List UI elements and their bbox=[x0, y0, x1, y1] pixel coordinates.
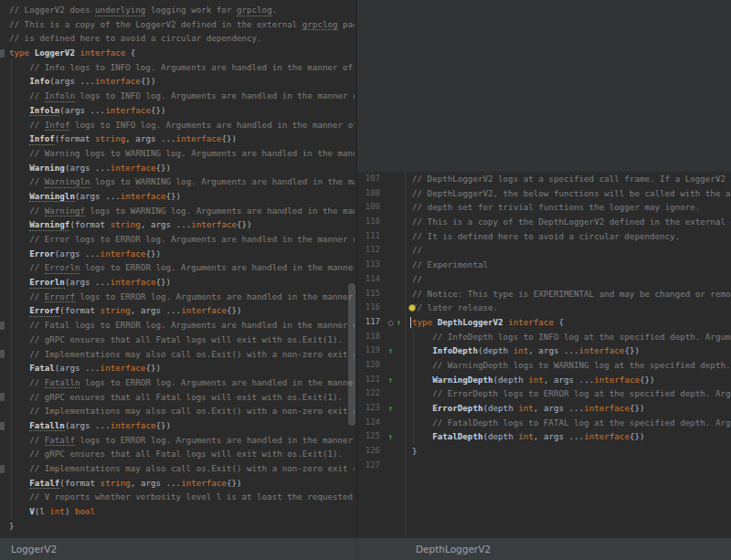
line-number[interactable]: 127 bbox=[357, 459, 385, 473]
line-number[interactable]: 115 bbox=[357, 287, 385, 301]
code-token: (format bbox=[59, 478, 100, 488]
gutter-icons bbox=[385, 287, 405, 301]
code-token bbox=[9, 277, 29, 287]
code-token: , args ... bbox=[544, 375, 594, 385]
line-number[interactable]: 121 bbox=[357, 373, 385, 387]
line-number[interactable]: 114 bbox=[357, 272, 385, 287]
code-token: // Experimental bbox=[412, 259, 488, 269]
line-number[interactable]: 116 bbox=[357, 301, 385, 315]
code-token: (args ... bbox=[55, 248, 101, 259]
code-token bbox=[9, 377, 29, 387]
code-token: { bbox=[554, 317, 564, 327]
code-token bbox=[412, 332, 432, 342]
left-editor-pane[interactable]: // LoggerV2 does underlying logging work… bbox=[0, 0, 356, 537]
code-token: Warning bbox=[29, 163, 65, 173]
code-token: interface bbox=[584, 403, 630, 413]
code-token: string bbox=[101, 478, 131, 488]
code-row: 125↑ FatalDepth(depth int, args ...inter… bbox=[357, 429, 731, 444]
implemented-marker-icon[interactable]: ↑ bbox=[387, 344, 395, 359]
line-number[interactable]: 120 bbox=[357, 358, 385, 373]
code-token: . bbox=[272, 5, 278, 15]
code-token: int bbox=[514, 345, 529, 355]
code-token: } bbox=[412, 446, 418, 456]
code-token: Fatalln bbox=[45, 377, 80, 389]
code-token bbox=[9, 262, 29, 272]
line-number[interactable]: 112 bbox=[357, 243, 385, 258]
code-token: {}) bbox=[640, 375, 655, 385]
code-token: , args ... bbox=[125, 133, 175, 143]
code-token: Fatalf bbox=[29, 478, 59, 490]
code-token: (depth bbox=[493, 375, 529, 385]
line-number[interactable]: 119 bbox=[357, 343, 385, 358]
gutter-icon[interactable] bbox=[0, 49, 5, 58]
line-number[interactable]: 126 bbox=[357, 444, 385, 459]
code-line: // gRPC ensures that all Fatal logs will… bbox=[9, 333, 355, 347]
code-token: {}) bbox=[630, 403, 645, 413]
gutter-icon[interactable] bbox=[0, 322, 5, 330]
code-token: FatalDepth bbox=[432, 431, 482, 441]
code-line: // V reports whether verbosity level l i… bbox=[9, 490, 355, 504]
code-token: interface bbox=[176, 133, 222, 143]
code-line: // It is defined here to avoid a circula… bbox=[405, 229, 731, 244]
code-token: // later release. bbox=[412, 302, 498, 312]
code-token: // bbox=[29, 291, 45, 301]
line-number[interactable]: 122 bbox=[357, 386, 385, 401]
code-token bbox=[9, 406, 29, 416]
code-line: // Warning logs to WARNING log. Argument… bbox=[9, 146, 355, 161]
code-row: 111// It is defined here to avoid a circ… bbox=[357, 229, 731, 244]
line-number[interactable]: 118 bbox=[357, 330, 385, 344]
intention-bulb-icon[interactable] bbox=[408, 304, 416, 312]
code-token: // gRPC ensures that all Fatal logs will… bbox=[29, 449, 343, 459]
code-token: // DepthLoggerV2 logs at a specified cal… bbox=[412, 174, 731, 184]
line-number[interactable]: 108 bbox=[357, 186, 385, 201]
code-token: grpclog bbox=[237, 5, 272, 16]
code-token: Errorf bbox=[29, 305, 59, 317]
circle-marker-icon[interactable]: ○ bbox=[387, 316, 395, 331]
gutter-icons: ↑ bbox=[385, 429, 405, 444]
implemented-marker-icon[interactable]: ↑ bbox=[387, 402, 395, 417]
code-token: // bbox=[29, 435, 45, 445]
implemented-marker-icon[interactable]: ↑ bbox=[395, 316, 403, 331]
gutter-icons bbox=[385, 229, 405, 244]
code-line: type LoggerV2 interface { bbox=[9, 46, 355, 60]
code-token bbox=[9, 62, 29, 72]
code-line: // Implementations may also call os.Exit… bbox=[9, 404, 355, 418]
implemented-marker-icon[interactable]: ↑ bbox=[387, 430, 395, 445]
code-token: logs to INFO log. Arguments are handled … bbox=[75, 90, 355, 100]
line-number[interactable]: 124 bbox=[357, 416, 385, 430]
code-token: Fatalf bbox=[45, 435, 75, 447]
line-number[interactable]: 125 bbox=[357, 429, 385, 444]
line-number[interactable]: 117 bbox=[357, 315, 385, 330]
gutter-icon[interactable] bbox=[0, 350, 5, 358]
gutter-icon[interactable] bbox=[0, 422, 5, 430]
breadcrumb-right[interactable]: DepthLoggerV2 bbox=[416, 544, 491, 555]
gutter-icons bbox=[385, 386, 405, 401]
gutter-icons bbox=[385, 272, 405, 287]
scrollbar-thumb[interactable] bbox=[348, 283, 355, 426]
code-line: // depth set for trivial functions the l… bbox=[405, 200, 731, 215]
code-token: (args ... bbox=[55, 363, 101, 373]
code-row: 109// depth set for trivial functions th… bbox=[357, 200, 731, 215]
code-token: Info bbox=[29, 76, 49, 86]
code-token: Infoln bbox=[29, 105, 59, 117]
gutter-icon[interactable] bbox=[0, 465, 5, 473]
breadcrumb-left[interactable]: LoggerV2 bbox=[11, 544, 57, 555]
code-token: , args ... bbox=[131, 478, 181, 488]
code-token bbox=[9, 90, 29, 100]
code-token: logs to WARNING log. Arguments are handl… bbox=[90, 176, 355, 186]
code-token: , args ... bbox=[141, 219, 191, 229]
line-number[interactable]: 113 bbox=[357, 258, 385, 272]
gutter-icon[interactable] bbox=[0, 393, 5, 401]
code-token bbox=[9, 435, 29, 445]
implemented-marker-icon[interactable]: ↑ bbox=[387, 374, 395, 388]
line-number[interactable]: 111 bbox=[357, 229, 385, 244]
line-number[interactable]: 123 bbox=[357, 401, 385, 416]
gutter-icons: ○↑ bbox=[385, 315, 405, 330]
right-editor-pane[interactable]: 107// DepthLoggerV2 logs at a specified … bbox=[356, 0, 731, 537]
line-number[interactable]: 110 bbox=[357, 215, 385, 229]
code-token bbox=[9, 163, 29, 173]
code-token: logs to ERROR log. Arguments are handled… bbox=[75, 435, 355, 445]
line-number[interactable]: 109 bbox=[357, 200, 385, 215]
line-number[interactable]: 107 bbox=[357, 172, 385, 186]
code-token: // V reports whether verbosity level l i… bbox=[29, 491, 355, 502]
